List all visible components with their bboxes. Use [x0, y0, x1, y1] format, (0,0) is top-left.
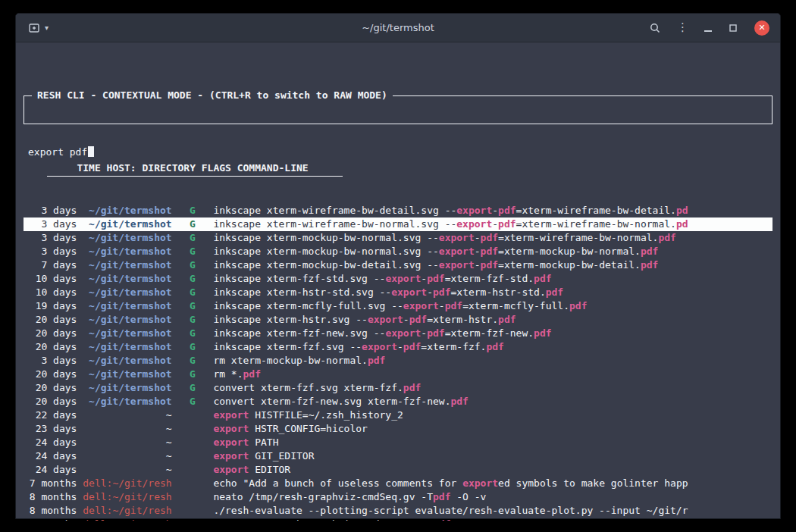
match-text: pdf: [546, 286, 563, 298]
row-host: ~: [83, 436, 171, 449]
row-command: rm *.pdf: [213, 368, 772, 381]
row-command: inkscape xterm-hstr.svg --export-pdf=xte…: [213, 313, 772, 327]
history-row[interactable]: 7 days~/git/termshotGinkscape xterm-mock…: [24, 258, 772, 272]
history-row[interactable]: 24 days~export GIT_EDITOR: [24, 449, 772, 463]
match-text: pdf: [481, 232, 498, 243]
command-text: =xterm-wireframe-bw-detail.: [516, 205, 676, 216]
row-command: echo "Add a bunch of useless comments fo…: [213, 477, 772, 490]
history-row[interactable]: 3 days~/git/termshotGinkscape xterm-wire…: [24, 204, 772, 217]
row-command: inkscape xterm-wireframe-bw-normal.svg -…: [213, 217, 772, 231]
match-text: pdf: [498, 314, 516, 325]
row-host: ~/git/termshot: [83, 313, 171, 327]
command-text: convert xterm-fzf.svg xterm-fzf.: [213, 382, 403, 393]
history-row[interactable]: 8 monthsdell:~/git/reshneato /tmp/resh-g…: [24, 518, 772, 521]
row-flags: G: [177, 354, 207, 368]
search-input[interactable]: export pdf: [24, 137, 772, 159]
command-text: convert xterm-fzf-new.svg xterm-fzf-new.: [213, 396, 450, 407]
row-host: ~/git/termshot: [83, 340, 171, 354]
restore-icon: [728, 23, 738, 33]
match-text: export: [391, 286, 427, 298]
history-row[interactable]: 20 days~/git/termshotGconvert xterm-fzf-…: [24, 395, 772, 408]
row-time: 20 days: [24, 327, 77, 340]
close-button[interactable]: ✕: [754, 20, 769, 36]
history-row[interactable]: 10 days~/git/termshotGinkscape xterm-hst…: [24, 286, 772, 299]
command-text: -O -v: [450, 491, 486, 502]
restore-button[interactable]: [728, 23, 738, 33]
command-text: -: [421, 327, 427, 339]
row-command: inkscape xterm-wireframe-bw-detail.svg -…: [213, 204, 772, 217]
history-row[interactable]: 3 days~/git/termshotGrm xterm-mockup-bw-…: [24, 354, 772, 368]
command-text: =xterm-wireframe-bw-normal.: [498, 232, 658, 243]
row-command: export EDITOR: [213, 463, 772, 477]
minimize-button[interactable]: [704, 24, 712, 32]
menu-button[interactable]: ⋮: [677, 22, 688, 33]
row-time: 3 days: [24, 204, 77, 217]
history-row[interactable]: 20 days~/git/termshotGconvert xterm-fzf.…: [24, 381, 772, 395]
command-text: ed symbols to make golinter happ: [498, 477, 688, 489]
command-text: GIT_EDITOR: [249, 450, 314, 462]
match-text: pdf: [534, 327, 551, 339]
history-row[interactable]: 20 days~/git/termshotGinkscape xterm-fzf…: [24, 327, 772, 340]
row-flags: [177, 504, 207, 518]
history-row[interactable]: 24 days~export PATH: [24, 436, 772, 449]
history-row[interactable]: 8 monthsdell:~/git/reshneato /tmp/resh-g…: [24, 490, 772, 504]
command-text: =xterm-mcfly-full.: [462, 300, 569, 311]
row-host: ~/git/termshot: [83, 354, 171, 368]
row-command: export GIT_EDITOR: [213, 449, 772, 463]
command-text: =xterm-fzf-new.: [445, 327, 534, 339]
row-host: dell:~/git/resh: [83, 477, 171, 490]
history-row[interactable]: 3 days~/git/termshotGinkscape xterm-mock…: [24, 231, 772, 245]
match-text: export: [403, 300, 439, 311]
history-row[interactable]: 8 monthsdell:~/git/resh./resh-evaluate -…: [24, 504, 772, 518]
history-row[interactable]: 20 days~/git/termshotGinkscape xterm-hst…: [24, 313, 772, 327]
command-text: -: [439, 300, 445, 311]
command-text: inkscape xterm-fzf-new.svg --: [213, 327, 385, 339]
history-row[interactable]: 20 days~/git/termshotGinkscape xterm-fzf…: [24, 340, 772, 354]
command-text: echo "Add a bunch of useless comments fo…: [213, 477, 462, 489]
search-query-text: export pdf: [28, 146, 87, 158]
new-terminal-icon: [28, 22, 40, 34]
close-icon: ✕: [758, 23, 765, 32]
new-terminal-button[interactable]: [28, 22, 40, 34]
row-command: inkscape xterm-fzf.svg --export-pdf=xter…: [213, 340, 772, 354]
titlebar[interactable]: ▾ ~/git/termshot ⋮ ✕: [16, 14, 780, 42]
history-row[interactable]: 10 days~/git/termshotGinkscape xterm-fzf…: [24, 272, 772, 286]
row-time: 23 days: [24, 422, 77, 436]
command-text: rm *.: [213, 368, 243, 380]
row-time: 7 months: [24, 477, 77, 490]
row-flags: [177, 463, 207, 477]
row-command: inkscape xterm-hstr-std.svg --export-pdf…: [213, 286, 772, 299]
command-text: -: [492, 218, 498, 230]
match-text: pdf: [445, 300, 462, 311]
history-row[interactable]: 23 days~export HSTR_CONFIG=hicolor: [24, 422, 772, 436]
command-text: =xterm-wireframe-bw-normal.: [516, 218, 676, 230]
history-row[interactable]: 3 days~/git/termshotGinkscape xterm-wire…: [24, 217, 772, 231]
command-text: neato /tmp/resh-graphviz-cmdSeq.gv -T: [213, 518, 433, 521]
row-command: neato /tmp/resh-graphviz-cmdSeq.gv -Tpdf…: [213, 490, 772, 504]
match-text: export: [385, 273, 421, 284]
history-row[interactable]: 22 days~export HISTFILE=~/.zsh_history_2: [24, 408, 772, 422]
row-time: 3 days: [24, 217, 77, 231]
command-text: rm xterm-mockup-bw-normal.: [213, 355, 368, 366]
match-text: export: [213, 464, 249, 475]
row-command: export HISTFILE=~/.zsh_history_2: [213, 408, 772, 422]
search-button[interactable]: [649, 22, 661, 34]
row-command: convert xterm-fzf.svg xterm-fzf.pdf: [213, 381, 772, 395]
row-flags: [177, 436, 207, 449]
command-text: =xterm-fzf-std.: [445, 273, 534, 284]
dropdown-caret-icon[interactable]: ▾: [45, 23, 49, 32]
command-text: ./resh-evaluate --plotting-script evalua…: [213, 505, 688, 516]
history-row[interactable]: 7 monthsdell:~/git/reshecho "Add a bunch…: [24, 477, 772, 490]
match-text: pdf: [403, 341, 421, 352]
history-row[interactable]: 20 days~/git/termshotGrm *.pdf: [24, 368, 772, 381]
match-text: pdf: [486, 341, 503, 352]
history-row[interactable]: 24 days~export EDITOR: [24, 463, 772, 477]
command-text: HISTFILE=~/.zsh_history_2: [249, 409, 403, 421]
history-row[interactable]: 3 days~/git/termshotGinkscape xterm-mock…: [24, 245, 772, 258]
command-text: =xterm-hstr.: [427, 314, 498, 325]
row-flags: [177, 422, 207, 436]
match-text: export: [456, 218, 492, 230]
history-row[interactable]: 19 days~/git/termshotGinkscape xterm-mcf…: [24, 299, 772, 313]
match-text: pdf: [534, 273, 551, 284]
row-time: 8 months: [24, 518, 77, 521]
